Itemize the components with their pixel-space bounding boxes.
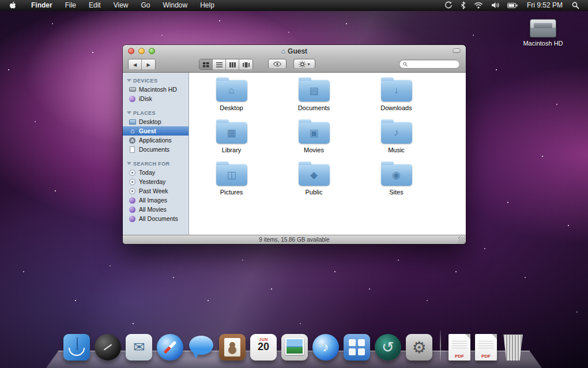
sidebar-item-all-movies[interactable]: All Movies (123, 205, 189, 214)
menu-finder[interactable]: Finder (25, 0, 59, 10)
dock-itunes-icon[interactable] (312, 334, 339, 361)
dock-trash-icon[interactable] (502, 333, 525, 361)
gear-icon (299, 61, 306, 68)
dock-pdf-document-icon[interactable]: PDF (448, 334, 470, 361)
sidebar-item-desktop[interactable]: Desktop (123, 117, 189, 126)
folder-pictures[interactable]: ◫ Pictures (190, 159, 273, 201)
window-titlebar[interactable]: Guest (123, 45, 466, 73)
menu-bar-clock[interactable]: Fri 9:52 PM (522, 1, 568, 9)
dock-spaces-icon[interactable] (344, 334, 370, 361)
sidebar-section-search-for[interactable]: SEARCH FOR (123, 159, 189, 168)
smart-folder-icon (129, 206, 136, 213)
folder-icon: ▤ (299, 80, 330, 102)
sidebar-item-guest[interactable]: Guest (123, 126, 189, 136)
downloads-glyph-icon: ↓ (381, 80, 412, 102)
back-button[interactable] (129, 59, 142, 70)
dock-ical-icon[interactable]: JUN 20 (250, 334, 277, 361)
sidebar-item-today[interactable]: Today (123, 168, 189, 177)
folder-library[interactable]: ▦ Library (190, 117, 273, 159)
section-title: PLACES (133, 110, 156, 116)
apple-menu[interactable] (0, 0, 25, 10)
sidebar-item-label: All Images (139, 197, 167, 204)
dock-time-machine-icon[interactable] (375, 334, 401, 361)
dock-items: JUN 20 PDF PDF (63, 331, 525, 368)
dock-preview-icon[interactable] (281, 334, 308, 361)
menu-help[interactable]: Help (194, 0, 221, 10)
sidebar-item-all-images[interactable]: All Images (123, 196, 189, 205)
sidebar-section-devices[interactable]: DEVICES (123, 76, 189, 85)
resize-grip[interactable] (458, 236, 465, 243)
disclosure-triangle-icon[interactable] (127, 111, 131, 114)
folder-downloads[interactable]: ↓ Downloads (355, 75, 438, 117)
dock-system-preferences-icon[interactable] (406, 334, 432, 361)
list-view-button[interactable] (213, 59, 226, 70)
sidebar-item-yesterday[interactable]: Yesterday (123, 177, 189, 186)
folder-music[interactable]: ♪ Music (355, 117, 438, 159)
desktop-glyph-icon: ⌂ (216, 80, 247, 102)
battery-icon[interactable] (503, 0, 522, 10)
column-view-button[interactable] (226, 59, 239, 70)
menu-go[interactable]: Go (135, 0, 157, 10)
folder-desktop[interactable]: ⌂ Desktop (190, 75, 273, 117)
sidebar-item-documents[interactable]: Documents (123, 145, 189, 154)
dock-safari-icon[interactable] (157, 334, 183, 361)
folder-movies[interactable]: ▣ Movies (273, 117, 355, 159)
toolbar-toggle-button[interactable] (453, 48, 461, 53)
sidebar-item-idisk[interactable]: iDisk (123, 94, 189, 103)
dock-address-book-icon[interactable] (219, 334, 246, 361)
volume-icon[interactable] (487, 0, 503, 10)
movies-glyph-icon: ▣ (299, 122, 330, 144)
dock-dashboard-icon[interactable] (95, 334, 121, 361)
sites-glyph-icon: ◉ (381, 164, 412, 186)
search-input[interactable] (409, 61, 456, 67)
idisk-globe-icon (129, 95, 136, 103)
dock-pdf-document-2-icon[interactable]: PDF (475, 334, 497, 361)
forward-button[interactable] (142, 59, 155, 70)
smart-folder-icon (129, 215, 136, 223)
folder-label: Sites (389, 189, 403, 196)
clock-icon (129, 169, 136, 177)
sidebar-item-all-documents[interactable]: All Documents (123, 214, 189, 223)
folder-icon: ↓ (381, 80, 412, 102)
sidebar-item-macintosh-hd[interactable]: Macintosh HD (123, 85, 189, 94)
folder-label: Documents (298, 104, 330, 111)
spotlight-icon[interactable] (568, 0, 583, 10)
menu-window[interactable]: Window (157, 0, 194, 10)
dock-mail-icon[interactable] (126, 334, 152, 361)
action-menu-button[interactable]: ▾ (293, 59, 315, 69)
cover-flow-icon (243, 62, 250, 67)
folder-documents[interactable]: ▤ Documents (273, 75, 355, 117)
folder-label: Movies (304, 147, 324, 153)
search-field[interactable] (399, 59, 460, 69)
time-machine-icon[interactable] (440, 0, 457, 10)
cover-flow-view-button[interactable] (239, 59, 252, 70)
menu-edit[interactable]: Edit (82, 0, 107, 10)
pictures-glyph-icon: ◫ (216, 164, 247, 186)
icon-view-button[interactable] (199, 59, 213, 70)
dock-divider (440, 331, 441, 361)
sidebar-item-past-week[interactable]: Past Week (123, 186, 189, 196)
folder-public[interactable]: ◆ Public (273, 159, 355, 201)
finder-window: Guest (123, 45, 466, 244)
sidebar-section-places[interactable]: PLACES (123, 108, 189, 117)
dock-ichat-icon[interactable] (188, 334, 214, 361)
disclosure-triangle-icon[interactable] (127, 79, 131, 82)
disclosure-triangle-icon[interactable] (127, 162, 131, 165)
quick-look-button[interactable] (268, 59, 287, 69)
hard-drive-icon (129, 86, 136, 93)
menu-file[interactable]: File (59, 0, 82, 10)
folder-icon: ⌂ (216, 80, 247, 102)
column-view-icon (229, 62, 236, 67)
folder-sites[interactable]: ◉ Sites (355, 159, 438, 201)
dock-finder-icon[interactable] (63, 334, 90, 361)
desktop-monitor-icon (129, 118, 136, 126)
sidebar-item-applications[interactable]: Applications (123, 136, 189, 145)
sidebar-item-label: Desktop (139, 118, 161, 125)
wifi-icon[interactable] (470, 0, 487, 10)
menu-view[interactable]: View (107, 0, 135, 10)
sidebar-item-label: All Documents (139, 215, 178, 222)
bluetooth-icon[interactable] (457, 0, 470, 10)
home-icon (281, 47, 285, 55)
macintosh-hd-desktop-icon[interactable]: Macintosh HD (508, 19, 578, 47)
folder-label: Pictures (220, 189, 243, 196)
